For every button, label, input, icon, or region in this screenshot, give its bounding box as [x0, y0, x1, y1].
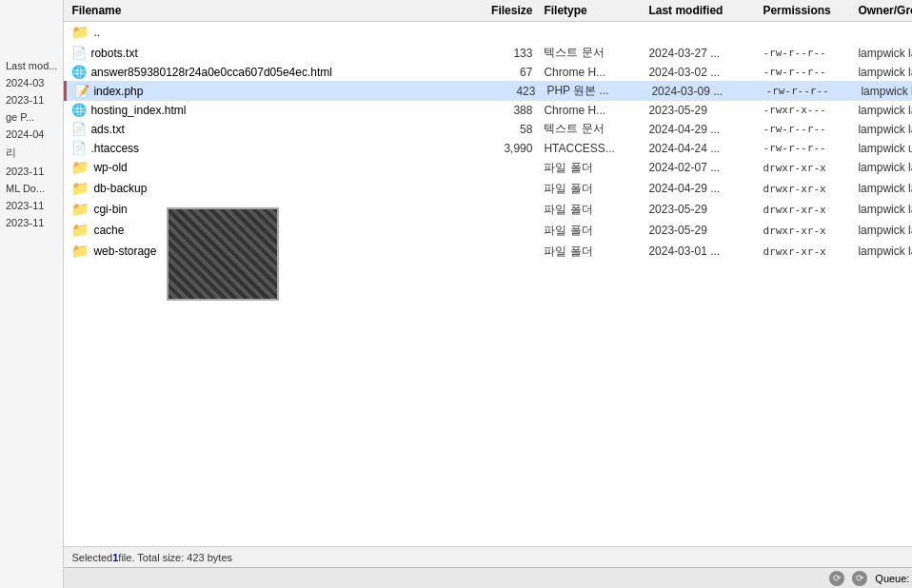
- file-type: PHP 원본 ...: [543, 83, 647, 99]
- col-header-filesize[interactable]: Filesize: [464, 4, 540, 17]
- file-name: hosting_index.html: [90, 104, 186, 117]
- file-name: ads.txt: [90, 123, 124, 136]
- file-perms: drwxr-xr-x: [759, 204, 854, 216]
- file-size: 133: [464, 47, 540, 60]
- queue-label: Queue: empty: [875, 573, 912, 584]
- file-size: 3,990: [464, 142, 540, 155]
- file-type: 텍스트 문서: [540, 45, 644, 61]
- file-owner: lampwick la...: [854, 245, 912, 258]
- file-owner: lampwick la...: [854, 47, 912, 60]
- file-name: index.php: [93, 85, 143, 98]
- thumbnail-image: [169, 209, 277, 299]
- file-name: wp-old: [93, 161, 127, 174]
- network-icon-2: ⟳: [852, 571, 867, 586]
- col-header-filename[interactable]: Filename: [64, 4, 464, 17]
- file-lastmod: 2024-04-29 ...: [644, 123, 759, 136]
- file-lastmod: 2024-03-09 ...: [647, 85, 762, 98]
- status-text-post: file. Total size: 423 bytes: [118, 552, 232, 563]
- file-owner: lampwick la...: [854, 123, 912, 136]
- file-lastmod: 2024-03-02 ...: [644, 66, 759, 79]
- table-row[interactable]: 📄 robots.txt 133 텍스트 문서 2024-03-27 ... -…: [64, 43, 912, 63]
- file-lastmod: 2024-03-01 ...: [644, 245, 759, 258]
- sidebar-item-0: Last mod...: [0, 57, 63, 74]
- file-lastmod: 2024-04-24 ...: [644, 142, 759, 155]
- file-type: 파일 폴더: [540, 223, 644, 239]
- file-owner: lampwick la...: [854, 182, 912, 195]
- file-perms: drwxr-xr-x: [759, 225, 854, 237]
- col-header-filetype[interactable]: Filetype: [540, 4, 644, 17]
- file-size: 67: [464, 66, 540, 79]
- file-type: Chrome H...: [540, 66, 644, 79]
- status-bar: Selected 1 file. Total size: 423 bytes: [64, 546, 912, 567]
- sidebar-item-3: ge P...: [0, 108, 63, 126]
- file-name: cache: [93, 224, 124, 237]
- file-type: 파일 폴더: [540, 244, 644, 260]
- sidebar-item-5: 리: [0, 143, 63, 163]
- file-size: 388: [464, 104, 540, 117]
- table-row[interactable]: 📄 .htaccess 3,990 HTACCESS... 2024-04-24…: [64, 139, 912, 157]
- file-owner: lampwick la...: [857, 85, 912, 98]
- network-icon-1: ⟳: [829, 571, 844, 586]
- sidebar-item-9: 2023-11: [0, 214, 63, 231]
- file-perms: drwxr-xr-x: [759, 183, 854, 195]
- sidebar-item-6: 2023-11: [0, 163, 63, 180]
- file-perms: -rwxr-x---: [759, 104, 854, 116]
- sidebar-item-2: 2023-11: [0, 91, 63, 108]
- file-type: 텍스트 문서: [540, 121, 644, 137]
- table-row[interactable]: 📁 wp-old 파일 폴더 2024-02-07 ... drwxr-xr-x…: [64, 157, 912, 178]
- file-lastmod: 2024-03-27 ...: [644, 47, 759, 60]
- main-panel: Filename Filesize Filetype Last modified…: [64, 0, 912, 588]
- file-type: Chrome H...: [540, 104, 644, 117]
- table-row[interactable]: 📁 db-backup 파일 폴더 2024-04-29 ... drwxr-x…: [64, 178, 912, 199]
- sidebar-item-8: 2023-11: [0, 197, 63, 214]
- file-perms: drwxr-xr-x: [759, 162, 854, 174]
- file-lastmod: 2024-02-07 ...: [644, 161, 759, 174]
- file-perms: drwxr-xr-x: [759, 245, 854, 258]
- file-owner: lampwick la...: [854, 104, 912, 117]
- file-perms: -rw-r--r--: [759, 142, 854, 154]
- file-name: db-backup: [93, 182, 147, 195]
- file-owner: lampwick la...: [854, 66, 912, 79]
- table-row[interactable]: 📄 ads.txt 58 텍스트 문서 2024-04-29 ... -rw-r…: [64, 119, 912, 139]
- file-perms: -rw-r--r--: [759, 47, 854, 59]
- file-owner: lampwick u...: [854, 142, 912, 155]
- table-row[interactable]: 📝 index.php 423 PHP 원본 ... 2024-03-09 ..…: [64, 81, 912, 101]
- file-size: 423: [466, 85, 543, 98]
- file-name: web-storage: [93, 245, 156, 258]
- file-type: 파일 폴더: [540, 181, 644, 197]
- col-header-owner[interactable]: Owner/Group: [854, 4, 912, 17]
- file-perms: -rw-r--r--: [762, 85, 857, 97]
- sidebar-item-7: ML Do...: [0, 180, 63, 197]
- file-lastmod: 2024-04-29 ...: [644, 182, 759, 195]
- file-name: ..: [93, 26, 100, 39]
- table-row[interactable]: 🌐 answer859380128r24a0e0cca607d05e4ec.ht…: [64, 63, 912, 81]
- file-type: HTACCESS...: [540, 142, 644, 155]
- bottom-bar: ⟳ ⟳ Queue: empty ●: [64, 567, 912, 588]
- col-header-perms[interactable]: Permissions: [759, 4, 854, 17]
- file-name: robots.txt: [90, 47, 137, 60]
- table-header: Filename Filesize Filetype Last modified…: [64, 0, 912, 22]
- file-owner: lampwick la...: [854, 224, 912, 237]
- sidebar-item-4: 2024-04: [0, 126, 63, 143]
- file-type: 파일 폴더: [540, 160, 644, 176]
- table-row[interactable]: 📁 ..: [64, 22, 912, 43]
- col-header-lastmod[interactable]: Last modified: [644, 4, 759, 17]
- sidebar: Last mod... 2024-03 2023-11 ge P... 2024…: [0, 0, 64, 588]
- status-text-pre: Selected: [71, 552, 112, 563]
- sidebar-item-1: 2024-03: [0, 74, 63, 91]
- file-type: 파일 폴더: [540, 202, 644, 218]
- file-lastmod: 2023-05-29: [644, 104, 759, 117]
- file-perms: -rw-r--r--: [759, 66, 854, 78]
- file-lastmod: 2023-05-29: [644, 224, 759, 237]
- file-name: cgi-bin: [93, 203, 127, 216]
- file-size: 58: [464, 123, 540, 136]
- file-owner: lampwick la...: [854, 161, 912, 174]
- thumbnail-preview: [167, 207, 279, 301]
- file-name: answer859380128r24a0e0cca607d05e4ec.html: [90, 66, 332, 79]
- file-perms: -rw-r--r--: [759, 123, 854, 135]
- file-owner: lampwick la...: [854, 203, 912, 216]
- file-lastmod: 2023-05-29: [644, 203, 759, 216]
- table-row[interactable]: 🌐 hosting_index.html 388 Chrome H... 202…: [64, 101, 912, 119]
- file-name: .htaccess: [90, 142, 139, 155]
